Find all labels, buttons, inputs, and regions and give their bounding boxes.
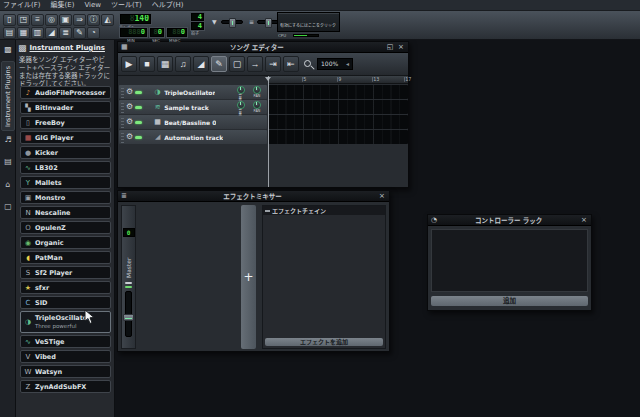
draw-mode-button[interactable]: ✎ xyxy=(211,56,227,72)
time-milliseconds-lcd[interactable]: 880 xyxy=(167,28,187,37)
plugin-item-tripleoscillator[interactable]: ◑ TripleOscillator Three powerful xyxy=(20,311,111,333)
master-pitch-slider[interactable] xyxy=(257,20,279,24)
solo-led[interactable] xyxy=(144,136,151,139)
export-project-button[interactable]: ⇒ xyxy=(73,14,86,26)
menu-file[interactable]: ファイル(F) xyxy=(3,0,41,10)
master-volume-handle[interactable] xyxy=(229,18,236,28)
track-name[interactable]: Beat/Bassline 0 xyxy=(164,119,216,126)
fx-mixer-titlebar[interactable]: ≣ エフェクトミキサー × xyxy=(118,191,389,202)
stop-behaviour-button[interactable]: → xyxy=(247,56,263,72)
controller-list[interactable] xyxy=(431,229,588,292)
tempo-lcd[interactable]: 8140 xyxy=(120,14,151,24)
menu-help[interactable]: ヘルプ(H) xyxy=(152,0,184,10)
mute-led[interactable] xyxy=(135,106,142,109)
controller-rack-titlebar[interactable]: ◔ コントローラー ラック × xyxy=(428,215,591,226)
timesig-numerator-lcd[interactable]: 4 xyxy=(191,13,204,21)
sidebar-tab-instrument-plugins[interactable]: Instrument Plugins xyxy=(1,61,15,131)
plugin-item-sf2-player[interactable]: SSf2 Player xyxy=(20,266,111,279)
plugin-item-sfxr[interactable]: ★sfxr xyxy=(20,281,111,294)
track-header[interactable]: ⚙ ▦ Beat/Bassline 0 xyxy=(119,115,267,129)
plugin-item-watsyn[interactable]: WWatsyn xyxy=(20,365,111,378)
track-lane[interactable] xyxy=(268,130,408,144)
track-lane[interactable] xyxy=(268,115,408,129)
plugin-item-vibed[interactable]: VVibed xyxy=(20,350,111,363)
effects-chain-list[interactable] xyxy=(263,215,385,336)
solo-led[interactable] xyxy=(144,91,151,94)
rewind-button[interactable]: ⇤ xyxy=(283,56,299,72)
my-home-icon[interactable]: ⌂ xyxy=(1,178,15,192)
my-samples-icon[interactable]: ♬ xyxy=(1,133,15,147)
add-controller-button[interactable]: 追加 xyxy=(431,296,588,306)
zoom-level-control[interactable]: 100% ◂ xyxy=(317,58,353,70)
gear-icon[interactable]: ⚙ xyxy=(126,88,133,96)
toggle-project-notes-button[interactable]: ✎ xyxy=(73,27,86,39)
jump-end-button[interactable]: ⇥ xyxy=(265,56,281,72)
plugin-item-bitinvader[interactable]: ▚BitInvader xyxy=(20,101,111,114)
my-computer-icon[interactable]: ▢ xyxy=(1,200,15,214)
track-header[interactable]: ⚙ ◢ Automation track xyxy=(119,130,267,144)
add-automation-track-button[interactable]: ◢ xyxy=(193,56,209,72)
stop-button[interactable]: ■ xyxy=(139,56,155,72)
solo-led[interactable] xyxy=(144,121,151,124)
mute-led[interactable] xyxy=(135,91,142,94)
visualizer-panel[interactable] xyxy=(277,12,340,32)
add-effect-button[interactable]: エフェクトを追加 xyxy=(265,338,383,346)
plugin-item-monstro[interactable]: ▣Monstro xyxy=(20,191,111,204)
close-button[interactable]: × xyxy=(580,216,588,225)
toggle-automation-editor-button[interactable]: ◢ xyxy=(45,27,58,39)
plugin-item-sid[interactable]: CSID xyxy=(20,296,111,309)
master-pitch-handle[interactable] xyxy=(265,18,272,28)
instrument-plugins-tab-icon[interactable]: ▩ xyxy=(1,43,15,57)
track-header[interactable]: ⚙ ≋ Sample track 音量 PAN xyxy=(119,100,267,114)
gear-icon[interactable]: ⚙ xyxy=(126,133,133,141)
save-project-button[interactable]: ▣ xyxy=(59,14,72,26)
add-sample-track-button[interactable]: ♫ xyxy=(175,56,191,72)
menu-edit[interactable]: 編集(E) xyxy=(51,0,75,10)
toggle-controller-rack-button[interactable]: ◔ xyxy=(87,27,100,39)
track-lane[interactable] xyxy=(268,100,408,114)
open-project-button[interactable]: ◳ xyxy=(17,14,30,26)
plugin-item-zynaddsubfx[interactable]: ZZynAddSubFX xyxy=(20,380,111,393)
track-lane[interactable] xyxy=(268,85,408,99)
add-bb-track-button[interactable]: ▦ xyxy=(157,56,173,72)
plugin-item-mallets[interactable]: YMallets xyxy=(20,176,111,189)
master-volume-slider[interactable] xyxy=(221,20,243,24)
track-name[interactable]: Automation track xyxy=(164,134,223,141)
song-editor-titlebar[interactable]: ▦ ソング エディター ◱ × xyxy=(118,42,408,53)
master-channel-strip[interactable]: 0 Master xyxy=(121,205,136,349)
close-button[interactable]: × xyxy=(378,192,386,201)
plugin-item-lb302[interactable]: ∿LB302 xyxy=(20,161,111,174)
gear-icon[interactable]: ⚙ xyxy=(126,118,133,126)
drag-grip[interactable] xyxy=(121,101,124,113)
my-presets-icon[interactable]: ▤ xyxy=(1,155,15,169)
plugin-item-vestige[interactable]: ∿VeSTige xyxy=(20,335,111,348)
toggle-bb-editor-button[interactable]: ▦ xyxy=(17,27,30,39)
track-header[interactable]: ⚙ ◑ TripleOscillator 音量 PAN xyxy=(119,85,267,99)
plugin-item-organic[interactable]: ◉Organic xyxy=(20,236,111,249)
about-button[interactable]: ◭ xyxy=(101,14,114,26)
recent-projects-button[interactable]: ≡ xyxy=(31,14,44,26)
fader-handle[interactable] xyxy=(123,314,134,321)
time-seconds-lcd[interactable]: 80 xyxy=(150,28,164,37)
menu-tools[interactable]: ツール(T) xyxy=(111,0,142,10)
close-button[interactable]: × xyxy=(397,43,405,52)
play-button[interactable]: ▶ xyxy=(121,56,137,72)
mute-led[interactable] xyxy=(135,121,142,124)
time-minutes-lcd[interactable]: 8880 xyxy=(120,28,147,37)
toggle-piano-roll-button[interactable]: ▥ xyxy=(31,27,44,39)
add-fx-channel-button[interactable]: + xyxy=(241,205,256,349)
plugin-item-gig-player[interactable]: ▦GIG Player xyxy=(20,131,111,144)
timeline-ruler[interactable]: 5 9 13 17 xyxy=(268,76,408,84)
solo-led[interactable] xyxy=(144,106,151,109)
edit-mode-button[interactable]: ▢ xyxy=(229,56,245,72)
plugin-item-audiofileprocessor[interactable]: ♪AudioFileProcessor xyxy=(20,86,111,99)
drag-grip[interactable] xyxy=(121,131,124,143)
gear-icon[interactable]: ⚙ xyxy=(126,103,133,111)
drag-grip[interactable] xyxy=(121,116,124,128)
chain-enable-led[interactable] xyxy=(265,210,270,212)
maximize-button[interactable]: ◱ xyxy=(386,43,394,52)
plugin-item-opulenz[interactable]: OOpulenZ xyxy=(20,221,111,234)
mute-led[interactable] xyxy=(135,136,142,139)
plugin-item-nescaline[interactable]: NNescaline xyxy=(20,206,111,219)
track-name[interactable]: TripleOscillator xyxy=(164,89,215,96)
